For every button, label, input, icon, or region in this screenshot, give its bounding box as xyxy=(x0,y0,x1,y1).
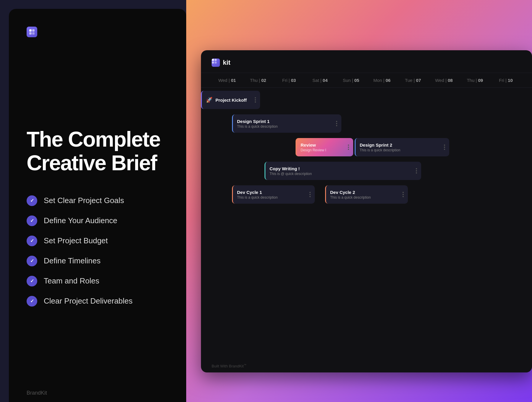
bar-title: Design Sprint 1 xyxy=(237,119,333,124)
bar-desc: This is @ quick description xyxy=(270,172,413,176)
timeline-day-col: Wed | 01 xyxy=(212,78,243,83)
bar-content: Project Kickoff xyxy=(215,98,252,103)
headline-line1: The Complete xyxy=(27,127,160,151)
bar-title: Design Sprint 2 xyxy=(360,142,441,147)
bar-menu-dots[interactable] xyxy=(309,192,311,197)
bar-content: Design Sprint 1 This is a quick descript… xyxy=(237,119,333,129)
app-name: kit xyxy=(223,59,231,67)
gantt-bar-project-kickoff: 🚀 Project Kickoff xyxy=(201,91,260,109)
svg-rect-7 xyxy=(215,61,217,64)
timeline-day-col: Thu | 09 xyxy=(459,78,490,83)
footer-brand: BrandKit xyxy=(27,390,168,396)
bar-menu-dots[interactable] xyxy=(444,145,445,150)
check-icon: ✓ xyxy=(30,218,34,223)
gantt-bar-design-sprint-1: Design Sprint 1 This is a quick descript… xyxy=(232,114,341,133)
check-icon: ✓ xyxy=(30,298,34,304)
app-window: kit Wed | 01Thu | 02Fri | 03Sat | 04Sun … xyxy=(201,50,532,372)
timeline-day-col: Sun | 05 xyxy=(335,78,366,83)
bar-desc: This is a quick description xyxy=(330,195,400,200)
check-circle: ✓ xyxy=(27,296,37,307)
left-panel: The Complete Creative Brief ✓ Set Clear … xyxy=(9,9,186,402)
checklist-label: Team and Roles xyxy=(44,276,99,286)
check-circle: ✓ xyxy=(27,276,37,286)
bar-desc: This is a quick description xyxy=(237,124,333,129)
checklist-label: Clear Project Deliverables xyxy=(44,296,133,306)
bar-desc: Design Review I xyxy=(301,148,345,152)
checklist-item: ✓ Set Clear Project Goals xyxy=(27,195,168,206)
bar-desc: This is a quick description xyxy=(360,148,441,152)
timeline-header: Wed | 01Thu | 02Fri | 03Sat | 04Sun | 05… xyxy=(201,73,532,88)
timeline-day-col: Tue | 07 xyxy=(398,78,429,83)
checklist-label: Define Your Audience xyxy=(44,216,117,225)
svg-rect-2 xyxy=(29,32,32,35)
timeline-day-col: Wed | 08 xyxy=(429,78,460,83)
timeline-day-col: Sat | 04 xyxy=(304,78,335,83)
svg-rect-5 xyxy=(215,59,217,61)
svg-rect-0 xyxy=(29,29,32,32)
timeline-day-col: Fri | 03 xyxy=(274,78,305,83)
check-circle: ✓ xyxy=(27,195,37,206)
check-icon: ✓ xyxy=(30,198,34,203)
headline: The Complete Creative Brief xyxy=(27,128,168,174)
right-panel: kit Wed | 01Thu | 02Fri | 03Sat | 04Sun … xyxy=(186,0,532,402)
checklist: ✓ Set Clear Project Goals ✓ Define Your … xyxy=(27,195,168,307)
check-circle: ✓ xyxy=(27,256,37,266)
gantt-bar-copy-writing: Copy Writing ! This is @ quick descripti… xyxy=(265,162,421,180)
checklist-label: Set Clear Project Goals xyxy=(44,196,124,205)
left-logo xyxy=(27,27,38,38)
bar-title: Dev Cycle 2 xyxy=(330,190,400,195)
checklist-item: ✓ Clear Project Deliverables xyxy=(27,296,168,307)
watermark: Built With BrandKit™ xyxy=(212,364,246,368)
bar-content: Dev Cycle 2 This is a quick description xyxy=(330,190,400,200)
bar-content: Design Sprint 2 This is a quick descript… xyxy=(360,142,441,152)
gantt-body: 🚀 Project Kickoff Design Sprint 1 This i… xyxy=(201,88,532,363)
gantt-bar-design-sprint-2: Design Sprint 2 This is a quick descript… xyxy=(355,138,449,156)
bar-content: Review Design Review I xyxy=(301,142,345,152)
check-circle: ✓ xyxy=(27,236,37,246)
checklist-label: Define Timelines xyxy=(44,256,100,265)
svg-rect-3 xyxy=(32,32,35,35)
bar-content: Dev Cycle 1 This is a quick description xyxy=(237,190,306,200)
timeline-day-col: Mon | 06 xyxy=(366,78,398,83)
checklist-item: ✓ Set Project Budget xyxy=(27,236,168,246)
bar-menu-dots[interactable] xyxy=(403,192,404,197)
app-logo-icon xyxy=(212,59,220,67)
svg-rect-4 xyxy=(212,59,214,61)
bar-title: Dev Cycle 1 xyxy=(237,190,306,195)
brandkit-logo-icon xyxy=(27,27,37,37)
checklist-item: ✓ Define Timelines xyxy=(27,256,168,266)
timeline-day-col: Fri | 10 xyxy=(490,78,521,83)
headline-line2: Creative Brief xyxy=(27,151,157,175)
svg-rect-6 xyxy=(212,61,214,64)
check-icon: ✓ xyxy=(30,238,34,244)
checklist-item: ✓ Team and Roles xyxy=(27,276,168,286)
bar-menu-dots[interactable] xyxy=(348,145,349,150)
gantt-bar-review: Review Design Review I xyxy=(296,138,353,156)
check-circle: ✓ xyxy=(27,215,37,226)
timeline-day-col: Thu | 02 xyxy=(243,78,274,83)
bar-desc: This is a quick description xyxy=(237,195,306,200)
bar-emoji: 🚀 xyxy=(206,97,213,103)
bar-title: Copy Writing ! xyxy=(270,166,413,171)
bar-title: Review xyxy=(301,142,345,147)
bar-menu-dots[interactable] xyxy=(336,121,337,126)
left-main-content: The Complete Creative Brief ✓ Set Clear … xyxy=(27,38,168,390)
checklist-item: ✓ Define Your Audience xyxy=(27,215,168,226)
gantt-bar-dev-cycle-2: Dev Cycle 2 This is a quick description xyxy=(325,185,408,204)
svg-rect-1 xyxy=(32,29,35,32)
bar-menu-dots[interactable] xyxy=(416,168,417,174)
check-icon: ✓ xyxy=(30,278,34,284)
bar-menu-dots[interactable] xyxy=(255,97,256,103)
app-header: kit xyxy=(201,50,532,73)
check-icon: ✓ xyxy=(30,258,34,264)
gantt-bar-dev-cycle-1: Dev Cycle 1 This is a quick description xyxy=(232,185,315,204)
checklist-label: Set Project Budget xyxy=(44,236,108,245)
bar-content: Copy Writing ! This is @ quick descripti… xyxy=(270,166,413,176)
bar-title: Project Kickoff xyxy=(215,98,252,103)
